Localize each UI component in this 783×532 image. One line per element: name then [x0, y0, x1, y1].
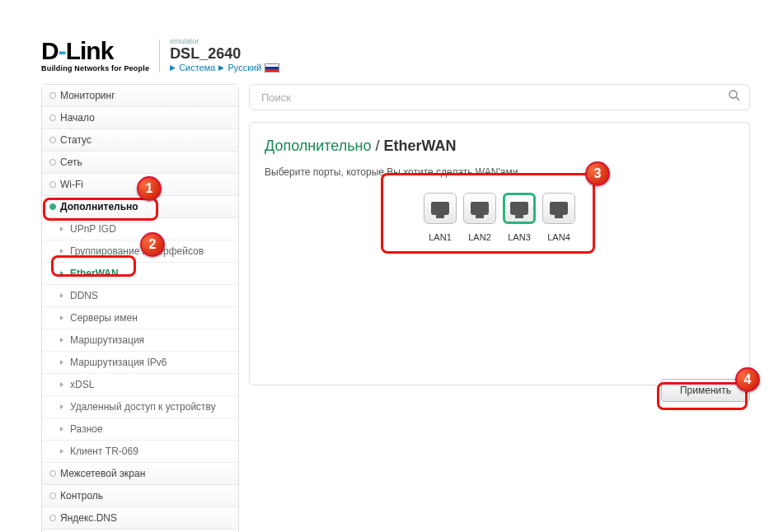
sidebar-item-start[interactable]: Начало	[42, 107, 238, 129]
sidebar-sub-xdsl[interactable]: xDSL	[42, 374, 238, 396]
brand-name: D-Link	[41, 39, 149, 63]
sidebar-sub-ddns[interactable]: DDNS	[42, 285, 238, 307]
breadcrumb-sep: /	[372, 138, 384, 154]
sidebar-item-wifi[interactable]: Wi-Fi	[42, 174, 238, 196]
port-lan4-button[interactable]	[542, 193, 575, 224]
content-panel: Дополнительно / EtherWAN Выберите порты,…	[249, 122, 750, 385]
port-label: LAN4	[542, 232, 575, 242]
ethernet-port-icon	[471, 202, 489, 215]
port-label: LAN2	[463, 232, 496, 242]
header-divider	[159, 40, 160, 72]
sidebar-item-advanced[interactable]: Дополнительно	[42, 196, 238, 218]
model-block: emulator DSL_2640 ▶ Система ▶ Русский	[170, 37, 279, 72]
chevron-right-icon: ▶	[170, 63, 176, 72]
breadcrumb-leaf: EtherWAN	[384, 138, 457, 154]
port-lan1-button[interactable]	[424, 193, 457, 224]
header: D-Link Building Networks for People emul…	[41, 37, 750, 72]
link-language[interactable]: Русский	[227, 63, 261, 72]
port-selector	[396, 193, 602, 224]
emulator-label: emulator	[170, 37, 279, 45]
port-label: LAN3	[503, 232, 536, 242]
sidebar-sub-nameservers[interactable]: Серверы имен	[42, 307, 238, 329]
sidebar-sub-tr069[interactable]: Клиент TR-069	[42, 441, 238, 463]
link-system[interactable]: Система	[179, 63, 215, 72]
flag-russia-icon	[265, 63, 279, 72]
sidebar-sub-remote-access[interactable]: Удаленный доступ к устройству	[42, 396, 238, 418]
instruction-text: Выберите порты, которые Вы хотите сделат…	[265, 166, 734, 178]
sidebar-item-control[interactable]: Контроль	[42, 485, 238, 507]
breadcrumb: Дополнительно / EtherWAN	[265, 138, 734, 155]
sidebar-sub-upnp[interactable]: UPnP IGD	[42, 218, 238, 240]
apply-button[interactable]: Применить	[661, 379, 750, 402]
sidebar-item-network[interactable]: Сеть	[42, 152, 238, 174]
breadcrumb-root[interactable]: Дополнительно	[265, 138, 372, 154]
ethernet-port-icon	[431, 202, 449, 215]
port-lan2-button[interactable]	[463, 193, 496, 224]
sidebar-sub-interface-grouping[interactable]: Группирование интерфейсов	[42, 240, 238, 263]
brand-logo: D-Link Building Networks for People	[41, 39, 149, 72]
search-bar	[249, 84, 750, 110]
sidebar-item-monitoring[interactable]: Мониторинг	[42, 85, 238, 107]
sidebar-item-yandex-dns[interactable]: Яндекс.DNS	[42, 507, 238, 530]
port-labels: LAN1 LAN2 LAN3 LAN4	[396, 232, 602, 242]
search-icon[interactable]	[728, 89, 741, 105]
sidebar-sub-misc[interactable]: Разное	[42, 418, 238, 441]
sidebar-item-firewall[interactable]: Межсетевой экран	[42, 463, 238, 485]
brand-tagline: Building Networks for People	[41, 65, 149, 72]
sidebar-item-status[interactable]: Статус	[42, 129, 238, 152]
main-area: Дополнительно / EtherWAN Выберите порты,…	[249, 84, 750, 385]
port-label: LAN1	[424, 232, 457, 242]
ethernet-port-icon	[550, 202, 568, 215]
ethernet-port-icon	[510, 202, 528, 215]
chevron-right-icon: ▶	[218, 63, 224, 72]
model-name: DSL_2640	[170, 45, 279, 63]
sidebar-sub-routing-ipv6[interactable]: Маршрутизация IPv6	[42, 352, 238, 374]
sidebar: Мониторинг Начало Статус Сеть Wi-Fi Допо…	[41, 84, 239, 532]
search-input[interactable]	[261, 91, 720, 104]
svg-line-1	[736, 97, 739, 100]
svg-point-0	[729, 91, 737, 98]
ports-box: LAN1 LAN2 LAN3 LAN4	[396, 193, 602, 242]
sidebar-sub-routing[interactable]: Маршрутизация	[42, 329, 238, 352]
sidebar-sub-etherwan[interactable]: EtherWAN	[42, 263, 238, 285]
port-lan3-button[interactable]	[503, 193, 536, 224]
